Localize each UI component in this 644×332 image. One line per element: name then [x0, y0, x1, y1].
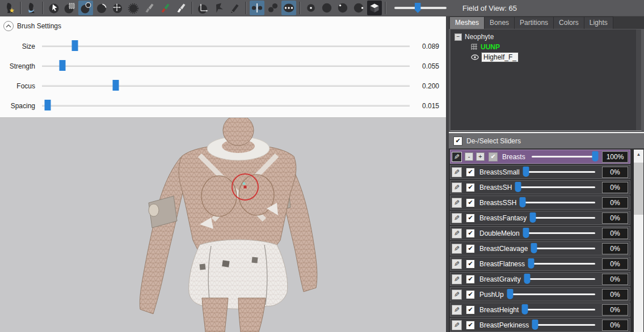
- slider-checkbox[interactable]: [466, 259, 475, 269]
- slider-row-breastssmall[interactable]: BreastsSmall 0%: [450, 165, 630, 179]
- slider-thumb[interactable]: [531, 243, 537, 253]
- edit-slider-button[interactable]: [452, 320, 462, 330]
- slider-list-scrollbar[interactable]: ▲: [634, 150, 643, 332]
- edit-slider-button[interactable]: [452, 182, 462, 193]
- slider-track[interactable]: [533, 217, 595, 219]
- tab-partitions[interactable]: Partitions: [515, 16, 554, 29]
- save-project-icon[interactable]: [24, 1, 39, 15]
- model-viewport[interactable]: [0, 118, 446, 332]
- slider-track[interactable]: [535, 324, 595, 326]
- slider-thumb[interactable]: [530, 212, 536, 223]
- slider-row-breastcleavage[interactable]: BreastCleavage 0%: [450, 241, 630, 256]
- tab-bones[interactable]: Bones: [485, 16, 515, 29]
- eye-icon[interactable]: [471, 54, 479, 60]
- slider-value[interactable]: 100%: [602, 151, 628, 163]
- slider-track[interactable]: [534, 248, 595, 249]
- slider-value[interactable]: 0%: [602, 304, 628, 316]
- brush-strength-slider[interactable]: [42, 65, 410, 67]
- tab-lights[interactable]: Lights: [584, 16, 613, 29]
- tree-root-row[interactable]: Neophyte: [451, 32, 641, 42]
- load-project-icon[interactable]: [2, 1, 17, 15]
- slider-track[interactable]: [525, 309, 595, 310]
- slider-checkbox[interactable]: [466, 168, 475, 177]
- slider-value[interactable]: 0%: [602, 228, 628, 239]
- edit-slider-button[interactable]: [452, 228, 462, 239]
- brush-strength-thumb[interactable]: [59, 60, 65, 71]
- connected-vertices-icon[interactable]: [281, 1, 296, 15]
- pin-vertex-icon[interactable]: [212, 1, 226, 15]
- slider-row-breastsssh[interactable]: BreastsSSH 0%: [450, 195, 630, 210]
- decrement-button[interactable]: -: [465, 152, 473, 161]
- tree-item-highelf[interactable]: Highelf_F_: [451, 52, 641, 62]
- mask-brush-icon[interactable]: [62, 1, 77, 15]
- tree-scrollbar[interactable]: [636, 29, 641, 130]
- brush-dot-right-icon[interactable]: [351, 1, 366, 15]
- brush-size-thumb[interactable]: [71, 40, 78, 51]
- slider-value[interactable]: 0%: [602, 274, 628, 285]
- slider-thumb[interactable]: [528, 258, 534, 269]
- slider-thumb[interactable]: [507, 289, 513, 299]
- scroll-up-icon[interactable]: ▲: [634, 150, 643, 159]
- edit-slider-button[interactable]: [452, 305, 462, 315]
- edit-slider-button[interactable]: [452, 198, 462, 208]
- collapse-panel-icon[interactable]: [3, 21, 14, 31]
- slider-track[interactable]: [523, 202, 595, 203]
- transform-tool-icon[interactable]: [196, 1, 211, 15]
- inflate-brush-icon[interactable]: [78, 1, 93, 15]
- brush-solid-icon[interactable]: [319, 1, 334, 15]
- brush-size-slider[interactable]: [42, 45, 410, 47]
- slider-thumb[interactable]: [592, 151, 599, 161]
- deflate-brush-icon[interactable]: [94, 1, 109, 15]
- tab-meshes[interactable]: Meshes: [450, 16, 485, 29]
- connected-only-icon[interactable]: [266, 1, 280, 15]
- slider-row-breastgravity[interactable]: BreastGravity 0%: [450, 272, 630, 286]
- slider-value[interactable]: 0%: [602, 197, 628, 208]
- slider-thumb[interactable]: [520, 197, 526, 207]
- slider-value[interactable]: 0%: [602, 258, 628, 270]
- slider-checkbox[interactable]: [466, 305, 475, 314]
- move-brush-icon[interactable]: [110, 1, 125, 15]
- slider-checkbox[interactable]: [466, 183, 475, 192]
- slider-row-breastperkiness[interactable]: BreastPerkiness 0%: [450, 318, 630, 332]
- edit-slider-button[interactable]: [452, 290, 462, 300]
- brush-focus-slider[interactable]: [42, 85, 410, 87]
- slider-checkbox[interactable]: [466, 275, 475, 284]
- collapse-node-icon[interactable]: [454, 33, 462, 41]
- slider-track[interactable]: [510, 293, 595, 295]
- slider-thumb[interactable]: [523, 228, 529, 238]
- slider-checkbox[interactable]: [466, 321, 475, 330]
- slider-row-breastheight[interactable]: BreastHeight 0%: [450, 303, 630, 317]
- slider-value[interactable]: 0%: [602, 167, 628, 178]
- slider-row-pushup[interactable]: PushUp 0%: [450, 287, 630, 301]
- increment-button[interactable]: +: [476, 152, 485, 161]
- brush-spacing-slider[interactable]: [42, 105, 410, 107]
- slider-track[interactable]: [527, 278, 595, 280]
- brush-dot-center-icon[interactable]: [304, 1, 318, 15]
- slider-thumb[interactable]: [524, 274, 530, 284]
- slider-track[interactable]: [526, 171, 595, 173]
- field-of-view-thumb[interactable]: [415, 3, 421, 13]
- slider-checkbox[interactable]: [466, 229, 475, 238]
- edit-slider-button[interactable]: [452, 244, 462, 254]
- weight-brush-icon[interactable]: [158, 1, 172, 15]
- slider-row-breastsfantasy[interactable]: BreastsFantasy 0%: [450, 211, 630, 225]
- field-of-view-slider[interactable]: [394, 7, 447, 9]
- slider-track[interactable]: [526, 232, 595, 234]
- slider-checkbox[interactable]: [466, 290, 475, 299]
- slider-track[interactable]: [532, 156, 595, 158]
- edit-slider-button[interactable]: [452, 259, 462, 269]
- edit-pencil-icon[interactable]: [228, 1, 242, 15]
- slider-checkbox[interactable]: [466, 198, 475, 207]
- scrollbar-thumb[interactable]: [634, 163, 643, 215]
- select-tool-icon[interactable]: [47, 1, 61, 15]
- slider-value[interactable]: 0%: [602, 243, 628, 254]
- slider-row-breastflatness[interactable]: BreastFlatness 0%: [450, 257, 630, 271]
- brush-spacing-thumb[interactable]: [44, 100, 50, 110]
- color-brush-icon[interactable]: [174, 1, 188, 15]
- edit-slider-button[interactable]: [452, 167, 462, 177]
- deselect-sliders-checkbox[interactable]: [453, 137, 462, 146]
- slider-thumb[interactable]: [532, 320, 538, 330]
- slider-checkbox[interactable]: [466, 214, 475, 223]
- edit-slider-button[interactable]: [452, 274, 462, 284]
- slider-thumb[interactable]: [523, 167, 529, 177]
